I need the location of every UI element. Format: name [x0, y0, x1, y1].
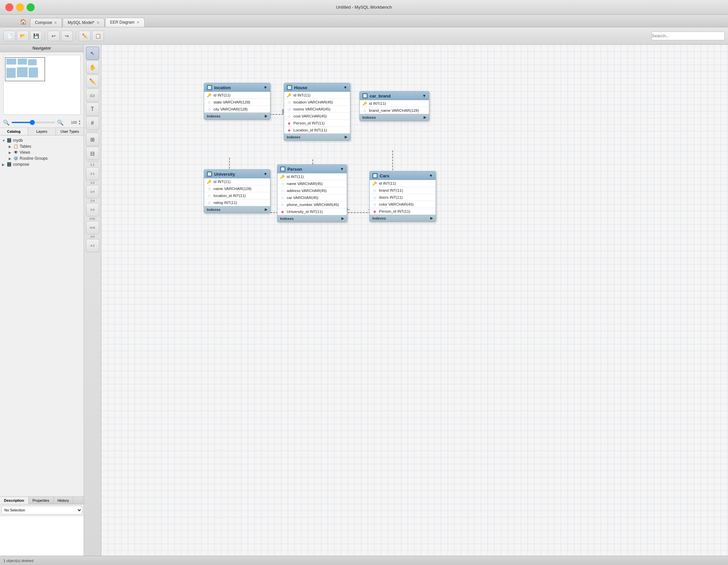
tab-close-compose[interactable]: ✕	[54, 21, 57, 25]
open-button[interactable]: 📂	[17, 31, 29, 41]
cursor-tool[interactable]: ↖	[86, 47, 99, 60]
minimap	[3, 55, 81, 115]
table-person[interactable]: Person ▼ 🔑 id INT(11) ◇ name VARCHAR(45)…	[277, 164, 347, 222]
toolbar-separator-2	[76, 31, 76, 41]
table-row: ◆ Person_id INT(11)	[284, 120, 350, 127]
table-location-body: 🔑 id INT(11) ◇ state VARCHAR(128) ◇ city…	[204, 92, 270, 113]
table-location-indexes[interactable]: Indexes ▶	[204, 113, 270, 120]
diamond-icon: ◇	[207, 193, 211, 198]
tab-compose[interactable]: Compose ✕	[30, 18, 62, 27]
diamond-icon: ◇	[207, 107, 211, 112]
table-university[interactable]: University ▼ 🔑 id INT(11) ◇ name VARCHAR…	[204, 169, 270, 213]
edit-button[interactable]: ✏️	[79, 31, 91, 41]
tool-separator-2	[87, 161, 99, 162]
table-house-indexes[interactable]: Indexes ▶	[284, 134, 350, 141]
table-car-brand[interactable]: car_brand ▼ 🔑 id INT(11) ◇ brand_name VA…	[359, 91, 429, 121]
tab-history[interactable]: History	[54, 497, 73, 504]
hand-tool[interactable]: ✋	[86, 61, 99, 74]
table-row: 🔑 id INT(11)	[284, 92, 350, 99]
rel-1-n2-label: 1:n	[85, 199, 100, 202]
minimize-button[interactable]	[16, 3, 24, 11]
search-input[interactable]	[651, 32, 725, 40]
table-location-arrow[interactable]: ▼	[263, 85, 267, 90]
table-university-arrow[interactable]: ▼	[263, 172, 267, 176]
tree-item-mydb[interactable]: ▼ 🗄️ mydb	[2, 138, 82, 143]
tab-catalog[interactable]: Catalog	[0, 128, 28, 135]
grid-tool[interactable]: ⊟	[86, 147, 99, 160]
window-title: Untitled - MySQL Workbench	[336, 5, 392, 10]
table-cars[interactable]: Cars ▼ 🔑 id INT(11) ◇ brand INT(11) ◇ do…	[369, 171, 436, 222]
rel-nm-tool[interactable]: n:m	[86, 221, 99, 234]
table-person-indexes[interactable]: Indexes ▶	[277, 215, 347, 222]
table-person-arrow[interactable]: ▼	[340, 167, 344, 171]
save-button[interactable]: 💾	[30, 31, 42, 41]
diamond-icon: ◇	[280, 202, 285, 207]
table-cars-arrow[interactable]: ▼	[429, 173, 433, 178]
table-house[interactable]: House ▼ 🔑 id INT(11) ◇ location VARCHAR(…	[284, 83, 350, 141]
table-house-arrow[interactable]: ▼	[343, 85, 347, 90]
table-cars-body: 🔑 id INT(11) ◇ brand INT(11) ◇ doors INT…	[370, 180, 436, 215]
table-cars-icon	[372, 173, 378, 178]
home-icon[interactable]: 🏠	[17, 17, 30, 27]
tab-mysql-model[interactable]: MySQL Model* ✕	[63, 18, 104, 27]
zoom-slider[interactable]	[11, 122, 55, 123]
table-row: ◇ car VARCHAR(45)	[277, 194, 347, 201]
new-button[interactable]: 📄	[3, 31, 15, 41]
table-car-brand-arrow[interactable]: ▼	[422, 94, 426, 98]
maximize-button[interactable]	[27, 3, 35, 11]
tab-eer-diagram[interactable]: EER Diagram ✕	[105, 18, 145, 27]
no-selection-dropdown[interactable]: No Selection	[1, 506, 82, 514]
tab-user-types[interactable]: User Types	[56, 128, 84, 135]
toolbar-separator	[45, 31, 45, 41]
tool-panel: ↖ ✋ ✏️ ▭ T # ⊞ ⊟ 1:1 1:1 1:n 1:n 1:n 1:n…	[84, 45, 101, 556]
zoom-in-button[interactable]: 🔍	[57, 119, 64, 126]
table-car-brand-icon	[362, 93, 368, 99]
tab-layers[interactable]: Layers	[28, 128, 56, 135]
copy-button[interactable]: 📋	[92, 31, 104, 41]
zoom-out-button[interactable]: 🔍	[3, 119, 10, 126]
table-row: ◇ brand INT(11)	[370, 187, 436, 194]
undo-button[interactable]: ↩	[48, 31, 60, 41]
minimap-viewport	[5, 57, 45, 81]
diamond-icon: ◇	[362, 108, 367, 113]
calculator-tool[interactable]: #	[86, 117, 99, 130]
diamond-icon: ◇	[207, 200, 211, 205]
table-house-body: 🔑 id INT(11) ◇ location VARCHAR(45) ◇ ro…	[284, 92, 350, 134]
tab-close-mysql-model[interactable]: ✕	[97, 21, 100, 25]
text-tool[interactable]: T	[86, 103, 99, 116]
redo-button[interactable]: ↪	[61, 31, 73, 41]
rel-1-n3-tool[interactable]: 1:n	[86, 239, 99, 252]
key-icon: 🔑	[362, 101, 367, 106]
tab-close-eer-diagram[interactable]: ✕	[137, 20, 140, 25]
table-cars-header: Cars ▼	[370, 171, 436, 180]
tab-properties[interactable]: Properties	[29, 497, 54, 504]
rel-1-1-tool[interactable]: 1:1	[86, 167, 99, 180]
tree-item-compose[interactable]: ▶ 🗄️ compose	[2, 161, 82, 167]
titlebar: Untitled - MySQL Workbench	[0, 0, 728, 15]
pencil-tool[interactable]: ✏️	[86, 75, 99, 88]
table-car-brand-indexes[interactable]: Indexes ▶	[360, 114, 429, 121]
table-location[interactable]: location ▼ 🔑 id INT(11) ◇ state VARCHAR(…	[204, 83, 270, 120]
left-panel: Navigator 🔍 🔍 100 ▲ ▼	[0, 45, 84, 556]
layers-tool[interactable]: ⊞	[86, 133, 99, 146]
close-button[interactable]	[5, 3, 13, 11]
canvas-area[interactable]: ‖ ⊣ ⊢ ⊢ ⊣ location ▼ 🔑 id INT(11)	[101, 45, 728, 556]
tree-item-views[interactable]: ▶ 👁️ Views	[9, 149, 82, 155]
tree-item-routine-groups[interactable]: ▶ ⚙️ Routine Groups	[9, 155, 82, 161]
tree-item-tables[interactable]: ▶ 📋 Tables	[9, 143, 82, 149]
rectangle-tool[interactable]: ▭	[86, 89, 99, 102]
navigator-header: Navigator	[0, 45, 84, 52]
table-car-brand-body: 🔑 id INT(11) ◇ brand_name VARCHAR(128)	[360, 100, 429, 114]
zoom-stepper[interactable]: ▲ ▼	[78, 120, 81, 126]
table-row: ◇ city VARCHAR(128)	[204, 106, 270, 113]
diamond-icon: ◇	[372, 202, 377, 207]
table-row: ◇ rooms VARCHAR(45)	[284, 106, 350, 113]
table-university-indexes[interactable]: Indexes ▶	[204, 206, 270, 213]
tab-description[interactable]: Description	[0, 497, 29, 504]
table-row: ◇ location VARCHAR(45)	[284, 99, 350, 106]
description-body	[0, 516, 84, 556]
rel-1-n2-tool[interactable]: 1:n	[86, 203, 99, 216]
table-cars-indexes[interactable]: Indexes ▶	[370, 215, 436, 222]
rel-1-n-tool[interactable]: 1:n	[86, 185, 99, 198]
tabs-bar: 🏠 Compose ✕ MySQL Model* ✕ EER Diagram ✕	[0, 15, 728, 27]
